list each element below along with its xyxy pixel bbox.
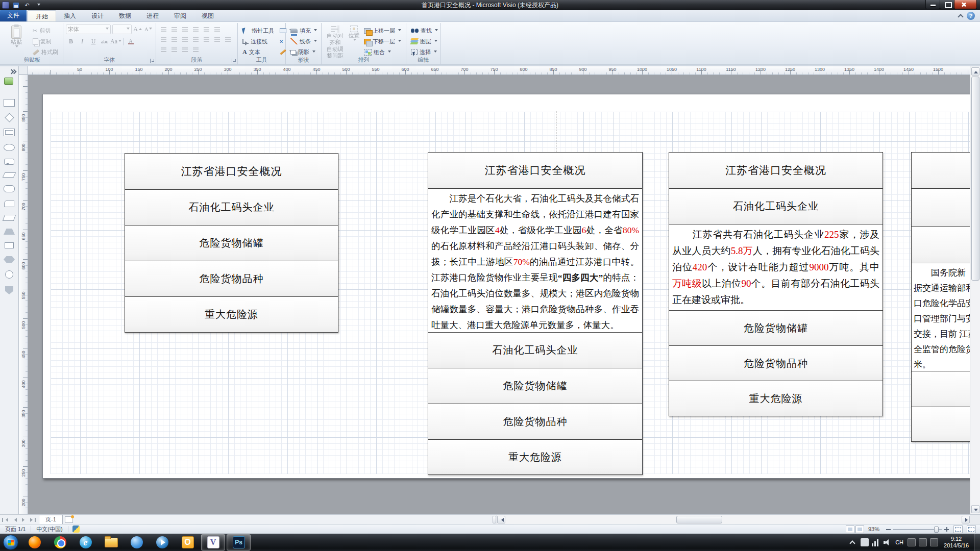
diagram-box-1[interactable]: 江苏省港口安全概况石油化工码头企业危险货物储罐危险货物品种重大危险源 — [125, 153, 338, 333]
expand-shapes-panel-button[interactable] — [10, 68, 17, 74]
volume-icon[interactable] — [883, 538, 891, 546]
taskbar-windows-explorer-button[interactable] — [99, 534, 123, 550]
network-icon[interactable] — [872, 538, 880, 546]
diagram-title-cell[interactable]: 江苏省港口安全概况 — [428, 153, 642, 188]
change-case-button[interactable]: Aa — [111, 37, 121, 46]
taskbar-browser-button[interactable] — [125, 534, 149, 550]
horizontal-scroll-track[interactable] — [505, 516, 962, 523]
action-center-icon[interactable] — [861, 538, 869, 546]
align-bottom-button[interactable] — [180, 45, 190, 54]
ribbon-tab-4[interactable]: 设计 — [84, 10, 111, 21]
taskbar-visio-button[interactable]: V — [201, 534, 225, 550]
ribbon-tab-7[interactable]: 审阅 — [166, 10, 194, 21]
align-top-button[interactable] — [159, 45, 168, 54]
diagram-menu-cell[interactable]: 石油化工码头企业 — [669, 188, 883, 224]
layers-button[interactable]: 图层 — [409, 36, 440, 46]
strikethrough-button[interactable]: abc — [100, 37, 110, 46]
show-desktop-button[interactable] — [974, 534, 980, 551]
shadow-button[interactable]: 阴影 — [288, 47, 319, 57]
font-name-select[interactable]: 宋体 — [66, 24, 111, 34]
paste-button[interactable]: 粘贴 — [4, 24, 29, 49]
previous-page-button[interactable] — [10, 516, 18, 523]
vertical-scroll-thumb[interactable] — [971, 77, 979, 281]
cut-button[interactable]: ✂剪切 — [31, 26, 60, 36]
underline-button[interactable]: U — [88, 37, 99, 46]
shrink-font-button[interactable]: A — [144, 24, 153, 34]
auto-align-button[interactable]: 自动对齐和 自动调整间距 — [324, 24, 346, 59]
shape-diamond[interactable] — [5, 113, 14, 122]
ribbon-tab-1[interactable]: 文件 — [0, 10, 27, 21]
diagram-menu-cell[interactable]: 危险货物品种 — [669, 345, 883, 381]
maximize-button[interactable] — [940, 0, 954, 9]
ime-keyboard-icon[interactable] — [919, 538, 927, 546]
ribbon-tab-2[interactable]: 开始 — [28, 10, 56, 21]
diagram-menu-cell[interactable] — [912, 188, 970, 226]
diagram-text-cell[interactable]: 江苏省共有石油化工码头企业225家，涉及从业人员大约5.8万人，拥有专业化石油化… — [669, 224, 883, 310]
language-indicator[interactable]: 中文(中国) — [31, 524, 67, 534]
diagram-menu-cell[interactable]: 石油化工码头企业 — [125, 189, 338, 225]
align-right-button[interactable] — [180, 35, 190, 44]
italic-button[interactable]: I — [77, 37, 87, 46]
taskbar-chrome-button[interactable] — [48, 534, 72, 550]
align-left-button[interactable] — [159, 35, 168, 44]
center-vertical-button[interactable] — [169, 45, 179, 54]
ime-toolbar-icon[interactable] — [930, 538, 938, 546]
numbering-button[interactable] — [169, 24, 179, 34]
indent-button[interactable] — [191, 24, 201, 34]
rotate-text-button[interactable] — [191, 45, 201, 54]
clock[interactable]: 9:12 2014/5/16 — [944, 536, 969, 549]
line-spacing-button[interactable] — [223, 35, 233, 44]
scroll-up-button[interactable] — [971, 67, 979, 76]
diagram-menu-cell[interactable] — [912, 371, 970, 407]
diagram-menu-cell[interactable]: 危险货物储罐 — [125, 225, 338, 261]
find-button[interactable]: 查找 — [409, 26, 440, 36]
shape-callout[interactable] — [4, 159, 14, 165]
connector-tool-button[interactable]: 连接线 — [240, 36, 276, 46]
taskbar-internet-explorer-button[interactable]: e — [74, 534, 97, 550]
shape-shield[interactable] — [5, 286, 13, 294]
page-tab[interactable]: 页-1 — [39, 515, 63, 524]
fullscreen-view-button[interactable] — [855, 525, 864, 533]
zoom-out-button[interactable] — [885, 525, 892, 533]
font-color-button[interactable]: A — [126, 37, 136, 46]
diagram-text-cell[interactable]: 国务院新《据交通运输部和口危险化学品安口管理部门与安交接，目前 江苏全监管的危险… — [912, 263, 970, 371]
paragraph-marks-button[interactable] — [212, 24, 222, 34]
diagram-menu-cell[interactable]: 危险货物储罐 — [428, 368, 642, 404]
zoom-level[interactable]: 93% — [864, 526, 884, 532]
scroll-right-button[interactable] — [962, 516, 970, 523]
zoom-slider[interactable] — [893, 525, 942, 533]
diagram-box-4[interactable]: 国务院新《据交通运输部和口危险化学品安口管理部门与安交接，目前 江苏全监管的危险… — [911, 152, 970, 442]
text-direction-button[interactable] — [202, 24, 211, 34]
shape-rounded-rectangle[interactable] — [4, 185, 15, 192]
bring-forward-button[interactable]: 上移一层 — [362, 26, 403, 36]
diagram-menu-cell[interactable]: 重大危险源 — [428, 439, 642, 474]
bullets-button[interactable] — [159, 24, 168, 34]
first-page-button[interactable] — [1, 516, 9, 523]
language-button[interactable]: CH — [893, 539, 906, 545]
zoom-slider-thumb[interactable] — [934, 527, 939, 533]
ribbon-tab-8[interactable]: 视图 — [194, 10, 222, 21]
shape-ellipse[interactable] — [4, 144, 15, 151]
send-backward-button[interactable]: 下移一层 — [362, 36, 403, 46]
shape-circle[interactable] — [5, 270, 13, 279]
align-justify-button[interactable] — [191, 35, 201, 44]
status-misc-icon[interactable] — [72, 525, 80, 533]
copy-button[interactable]: 复制 — [31, 36, 60, 46]
shape-rectangle[interactable] — [4, 99, 15, 107]
diagram-title-cell[interactable]: 江苏省港口安全概况 — [669, 153, 883, 188]
ribbon-tab-3[interactable]: 插入 — [56, 10, 84, 21]
stencil-icon[interactable] — [4, 78, 13, 85]
shape-card[interactable] — [4, 200, 14, 207]
next-page-button[interactable] — [19, 516, 28, 523]
zoom-in-button[interactable] — [943, 525, 950, 533]
font-dialog-launcher[interactable] — [150, 59, 155, 63]
scroll-left-button[interactable] — [497, 516, 505, 523]
grow-font-button[interactable]: A — [133, 24, 142, 34]
shape-small-rectangle[interactable] — [5, 242, 14, 248]
outdent-button[interactable] — [180, 24, 190, 34]
diagram-menu-cell[interactable]: 危险货物储罐 — [669, 310, 883, 345]
diagram-menu-cell[interactable]: 危险货物品种 — [428, 404, 642, 439]
ribbon-tab-6[interactable]: 进程 — [139, 10, 166, 21]
font-size-select[interactable] — [112, 24, 131, 34]
last-page-button[interactable] — [29, 516, 37, 523]
